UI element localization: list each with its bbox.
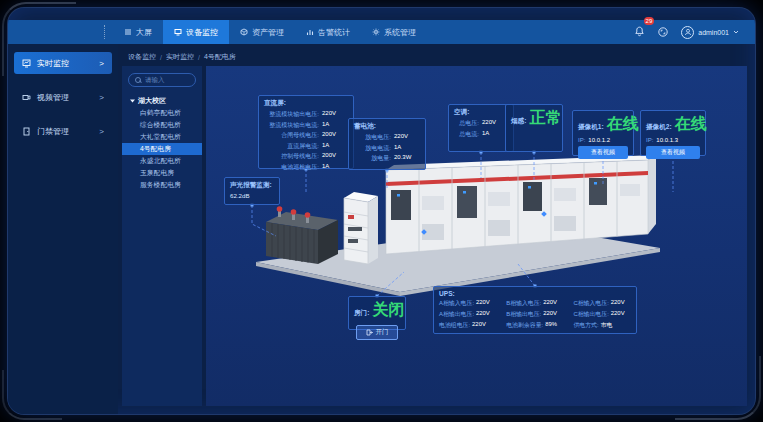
breadcrumb-separator: / xyxy=(160,54,162,61)
ip-value: 10.0.1.2 xyxy=(588,137,610,143)
metric-value: 20.3W xyxy=(394,154,420,163)
header-right-actions: 29 admin001 xyxy=(634,23,755,41)
chevron-down-icon xyxy=(733,30,739,34)
view-video-button[interactable]: 查看视频 xyxy=(578,146,628,159)
door-status: 关闭 xyxy=(372,300,404,321)
realtime-monitor-icon xyxy=(22,59,31,68)
main-content: 直流屏: 整流模块输出电压:220V 整流模块输出电流:1A 合闸母线电压:20… xyxy=(206,66,747,406)
metric-value: 220V xyxy=(611,310,625,319)
metric-value: 220V xyxy=(476,310,490,319)
door-access-icon xyxy=(22,127,31,136)
open-door-button[interactable]: 开门 xyxy=(356,325,399,340)
panel-title: 直流屏: xyxy=(264,99,348,108)
tree-search-input[interactable]: 请输入 xyxy=(128,73,196,87)
metric-value: 220V xyxy=(394,133,420,142)
metric-value: 200V xyxy=(322,131,348,140)
smoke-sensor-panel: 烟感: 正常 xyxy=(505,104,563,152)
camera-status: 在线 xyxy=(675,114,707,135)
tree-item[interactable]: 玉泉配电房 xyxy=(122,167,202,179)
nav-label: 设备监控 xyxy=(186,27,218,38)
notifications-button[interactable]: 29 xyxy=(634,23,645,41)
tree-item[interactable]: 大礼堂配电所 xyxy=(122,131,202,143)
smoke-label: 烟感: xyxy=(511,117,526,126)
sidebar: 实时监控 > 视频管理 > 门禁管理 > xyxy=(8,44,118,414)
metric-label: C相输出电压: xyxy=(573,310,608,319)
chevron-right-icon: > xyxy=(99,93,104,102)
door-open-icon xyxy=(366,329,373,336)
sound-light-alarm-panel: 声光报警监测: 62.2dB xyxy=(224,177,280,205)
nav-label: 大屏 xyxy=(136,27,152,38)
panel-title: 空调: xyxy=(454,108,508,117)
metric-value: 市电 xyxy=(601,321,613,330)
sidebar-item-realtime-monitor[interactable]: 实时监控 > xyxy=(14,52,112,74)
tree-item[interactable]: 白鹤亭配电所 xyxy=(122,107,202,119)
nav-item-system[interactable]: 系统管理 xyxy=(361,20,427,44)
bell-icon xyxy=(634,26,645,37)
metric-value: 220V xyxy=(476,299,490,308)
tree-item[interactable]: 综合楼配电所 xyxy=(122,119,202,131)
ip-label: IP: xyxy=(578,137,585,143)
room-door-panel: 房门: 关闭 开门 xyxy=(348,296,406,330)
camera-title: 摄像机1: xyxy=(578,123,604,132)
metric-label: 直流屏电流: xyxy=(264,142,319,151)
breadcrumb-separator: / xyxy=(198,54,200,61)
search-placeholder: 请输入 xyxy=(145,76,165,85)
metric-value: 220V xyxy=(322,110,348,119)
metric-value: 1A xyxy=(394,144,420,153)
metric-value: 1A xyxy=(322,142,348,151)
user-name: admin001 xyxy=(698,29,729,36)
camera-1-panel: 摄像机1: 在线 IP: 10.0.1.2 查看视频 xyxy=(572,110,634,156)
fullscreen-icon[interactable] xyxy=(658,27,668,37)
logo-space xyxy=(8,20,104,44)
sidebar-item-video-management[interactable]: 视频管理 > xyxy=(14,86,112,108)
metric-label: C相输入电压: xyxy=(573,299,608,308)
metric-label: 电池剩余容量: xyxy=(506,321,543,330)
metric-value: 220V xyxy=(543,299,557,308)
metric-label: 整流模块输出电压: xyxy=(264,110,319,119)
view-video-button[interactable]: 查看视频 xyxy=(646,146,700,159)
nav-item-assets[interactable]: 资产管理 xyxy=(229,20,295,44)
breadcrumb-item[interactable]: 实时监控 xyxy=(166,52,194,62)
battery-panel: 蓄电池: 放电电压:220V 放电电流:1A 放电量:20.3W xyxy=(348,118,426,170)
door-label: 房门: xyxy=(354,309,369,318)
breadcrumb: 设备监控 / 实时监控 / 4号配电房 xyxy=(128,52,236,62)
nav-item-alarm-stats[interactable]: 告警统计 xyxy=(295,20,361,44)
tree-item[interactable]: 永盛北配电所 xyxy=(122,155,202,167)
gear-icon xyxy=(372,28,380,36)
breadcrumb-item[interactable]: 设备监控 xyxy=(128,52,156,62)
open-door-label: 开门 xyxy=(376,328,389,337)
breadcrumb-item[interactable]: 4号配电房 xyxy=(204,52,236,62)
user-icon xyxy=(684,28,692,36)
panel-title: 声光报警监测: xyxy=(230,181,274,190)
sidebar-item-label: 实时监控 xyxy=(37,58,69,69)
camera-2-panel: 摄像机2: 在线 IP: 10.0.1.3 查看视频 xyxy=(640,110,706,156)
tree-root-node[interactable]: 湖大校区 xyxy=(122,95,202,107)
notification-badge: 29 xyxy=(644,17,655,25)
metric-label: 整流模块输出电流: xyxy=(264,121,319,130)
metric-value: 200V xyxy=(322,152,348,161)
tree-item[interactable]: 服务楼配电房 xyxy=(122,179,202,191)
caret-down-icon xyxy=(130,99,135,103)
asset-box-icon xyxy=(240,28,248,36)
nav-item-dashboard[interactable]: 大屏 xyxy=(113,20,163,44)
metric-value: 220V xyxy=(611,299,625,308)
monitor-icon xyxy=(174,28,182,36)
camera-title: 摄像机2: xyxy=(646,123,672,132)
metric-value: 89% xyxy=(545,321,557,330)
tree-root-label: 湖大校区 xyxy=(138,96,166,106)
metric-label: 电池巡检电压: xyxy=(264,163,319,172)
tree-item-selected[interactable]: 4号配电房 xyxy=(122,143,202,155)
nav-label: 告警统计 xyxy=(318,27,350,38)
alarm-level-value: 62.2dB xyxy=(230,192,274,199)
sidebar-item-access-control[interactable]: 门禁管理 > xyxy=(14,120,112,142)
ip-value: 10.0.1.3 xyxy=(656,137,678,143)
metric-label: 电池组电压: xyxy=(439,321,470,330)
search-icon xyxy=(135,77,141,83)
top-nav-bar: 大屏 设备监控 资产管理 告警统计 系统管理 29 xyxy=(8,20,755,44)
user-menu[interactable]: admin001 xyxy=(681,26,739,39)
metric-label: B相输入电压: xyxy=(506,299,541,308)
metric-label: 放电电压: xyxy=(354,133,391,142)
nav-item-device-monitor[interactable]: 设备监控 xyxy=(163,20,229,44)
chevron-right-icon: > xyxy=(99,127,104,136)
camera-status: 在线 xyxy=(607,114,639,135)
